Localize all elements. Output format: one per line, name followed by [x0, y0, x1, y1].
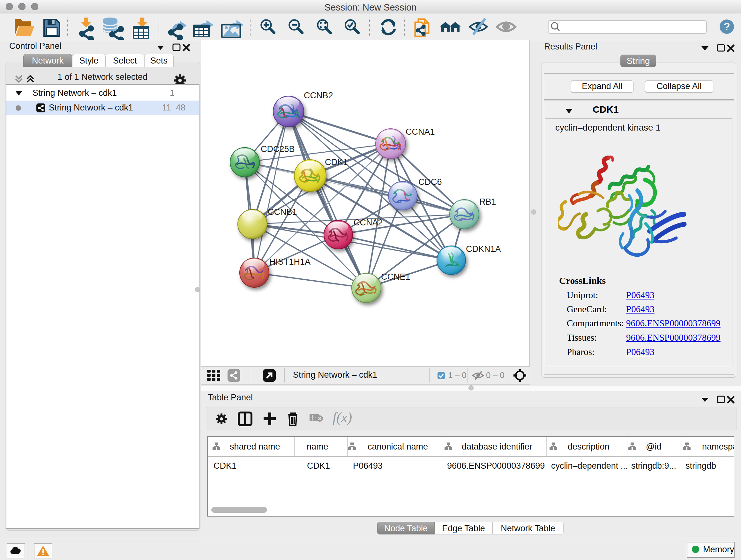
svg-text:database identifier: database identifier: [462, 442, 532, 451]
svg-text:CDK1: CDK1: [307, 461, 330, 471]
svg-text:name: name: [307, 442, 328, 451]
svg-text:CCNB1: CCNB1: [268, 207, 297, 217]
svg-text:CCNA2: CCNA2: [354, 218, 383, 227]
svg-text:stringdb:9...: stringdb:9...: [631, 461, 676, 471]
svg-text:CDC6: CDC6: [418, 177, 442, 187]
svg-text:CDKN1A: CDKN1A: [466, 244, 501, 254]
svg-text:P06493: P06493: [353, 461, 383, 471]
svg-text:CCNE1: CCNE1: [381, 272, 410, 282]
svg-text:canonical name: canonical name: [367, 442, 428, 451]
svg-text:@id: @id: [646, 442, 661, 451]
svg-text:cyclin–dependent ...: cyclin–dependent ...: [551, 461, 628, 471]
svg-text:RB1: RB1: [479, 197, 496, 206]
svg-text:CDC25B: CDC25B: [261, 144, 295, 154]
svg-text:f(x): f(x): [333, 410, 352, 425]
svg-text:description: description: [568, 442, 610, 451]
svg-text:CCNB2: CCNB2: [304, 91, 333, 100]
svg-text:namespace: namespace: [702, 442, 734, 451]
svg-text:CDK1: CDK1: [213, 461, 237, 471]
svg-text:shared name: shared name: [230, 442, 280, 451]
svg-text:9606.ENSP00000378699: 9606.ENSP00000378699: [447, 461, 545, 471]
svg-text:HIST1H1A: HIST1H1A: [269, 257, 311, 266]
svg-text:CDK1: CDK1: [325, 158, 348, 167]
svg-text:stringdb: stringdb: [685, 461, 716, 471]
svg-text:CCNA1: CCNA1: [406, 127, 435, 137]
